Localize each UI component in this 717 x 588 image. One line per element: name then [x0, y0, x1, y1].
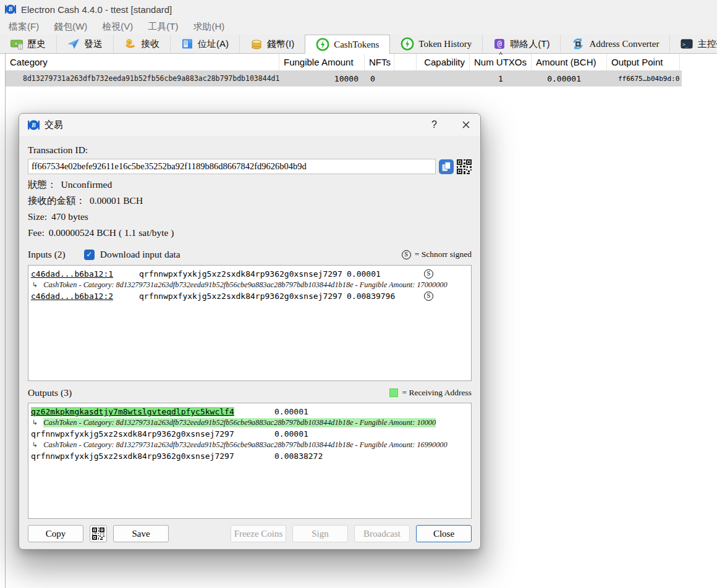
history-icon	[11, 38, 23, 50]
tab-send[interactable]: 發送	[57, 35, 114, 53]
schnorr-signed-icon: S	[402, 250, 411, 259]
dialog-close-button[interactable]	[460, 119, 472, 130]
cell-fungible-amount: 10000	[334, 74, 365, 83]
transaction-dialog: B 交易 ? Transaction ID:	[19, 113, 481, 550]
fee-line: Fee: 0.00000524 BCH ( 1.1 sat/byte )	[28, 227, 472, 238]
copy-icon[interactable]	[439, 159, 454, 174]
tab-receive[interactable]: $ 接收	[114, 35, 171, 53]
input-row: c46dad...b6ba12:2 qrfnnwpxfyxkjg5xz2sxdk…	[31, 290, 469, 302]
download-input-data-label[interactable]: Download input data	[100, 249, 180, 260]
input-outpoint-link[interactable]: c46dad...b6ba12:2	[31, 292, 139, 301]
column-header-category[interactable]: Category	[6, 54, 279, 70]
addresses-icon	[181, 38, 193, 50]
freeze-coins-button: Freeze Coins	[231, 525, 286, 542]
cell-nfts: 0	[365, 74, 394, 83]
amount-label: 接收的金額：	[28, 195, 85, 206]
tab-cashtokens[interactable]: CashTokens	[305, 35, 390, 54]
input-amount: 0.00001	[347, 269, 424, 279]
schnorr-legend: S = Schnorr signed	[402, 250, 472, 259]
address-converter-icon	[571, 37, 585, 51]
console-icon: >_	[681, 38, 693, 50]
menu-wallet[interactable]: 錢包(W)	[46, 19, 95, 35]
tab-contacts[interactable]: @ 聯絡人(T)	[483, 35, 561, 53]
schnorr-legend-text: = Schnorr signed	[415, 250, 472, 259]
tab-addresses[interactable]: 位址(A)	[171, 35, 240, 53]
input-address: qrfnnwpxfyxkjg5xz2sxdk84rp9362g0xsnsej72…	[139, 292, 347, 301]
cashtokens-icon	[316, 38, 329, 51]
copy-button[interactable]: Copy	[28, 525, 83, 542]
column-header-nfts[interactable]: NFTs	[365, 54, 394, 70]
output-address-receiving[interactable]: qz62mkpkmgkasdtjy7m8wtslgvteqdlpfyc5kwcl…	[31, 407, 234, 416]
size-label: Size:	[28, 211, 47, 222]
qr-button[interactable]	[90, 525, 107, 542]
fee-label: Fee:	[28, 227, 45, 238]
input-outpoint-link[interactable]: c46dad...b6ba12:1	[31, 269, 139, 279]
txid-input[interactable]	[28, 159, 436, 174]
output-token-line: ↳ CashToken - Category: 8d13279731a263df…	[31, 440, 469, 450]
table-row[interactable]: 8d13279731a263dfb732eeda91b52fb56cbe9a88…	[6, 70, 682, 86]
output-row: qz62mkpkmgkasdtjy7m8wtslgvteqdlpfyc5kwcl…	[31, 406, 469, 418]
svg-text:@: @	[498, 40, 502, 48]
txid-label: Transaction ID:	[28, 145, 472, 156]
size-value: 470 bytes	[51, 211, 88, 222]
qr-code-icon[interactable]	[457, 159, 472, 174]
cell-num-utxos: 1	[498, 74, 503, 83]
inputs-header: Inputs (2) ✓ Download input data S = Sch…	[28, 248, 472, 261]
dialog-body: Transaction ID: 狀態： Unconfirmed 接收的金額： 0…	[19, 136, 480, 542]
tab-address-converter[interactable]: Address Converter	[561, 35, 670, 53]
menu-tools[interactable]: 工具(T)	[140, 19, 185, 35]
dialog-help-button[interactable]: ?	[431, 119, 437, 130]
fee-value: 0.00000524 BCH ( 1.1 sat/byte )	[49, 227, 174, 238]
save-button[interactable]: Save	[113, 525, 169, 542]
tab-history[interactable]: 歷史	[0, 35, 57, 53]
menu-help[interactable]: 求助(H)	[185, 19, 232, 35]
output-token-line: ↳ CashToken - Category: 8d13279731a263df…	[31, 418, 469, 428]
tab-addresses-label: 位址(A)	[198, 38, 229, 50]
menu-file[interactable]: 檔案(F)	[1, 19, 46, 35]
output-token-text: CashToken - Category: 8d13279731a263dfb7…	[43, 418, 436, 427]
input-token-line: ↳ CashToken - Category: 8d13279731a263df…	[31, 280, 469, 290]
window-titlebar: B Electron Cash 4.4.0 - ttest [standard]	[0, 0, 717, 19]
input-row: c46dad...b6ba12:1 qrfnnwpxfyxkjg5xz2sxdk…	[31, 268, 469, 280]
output-amount: 0.00838272	[274, 452, 323, 461]
amount-value: 0.00001 BCH	[90, 195, 143, 206]
coins-icon	[250, 38, 263, 50]
cell-amount-bch: 0.00001	[547, 74, 607, 83]
input-amount: 0.00839796	[347, 292, 424, 301]
status-label: 狀態：	[28, 179, 57, 190]
column-header-output-point[interactable]: Output Point	[607, 54, 680, 70]
column-header-spacer	[394, 54, 417, 70]
size-line: Size: 470 bytes	[28, 211, 472, 222]
cell-output-point: ff6675…b04b9d:0	[607, 75, 680, 83]
broadcast-button: Broadcast	[354, 525, 410, 542]
tab-coins[interactable]: 錢幣(I)	[240, 35, 305, 53]
outputs-list[interactable]: qz62mkpkmgkasdtjy7m8wtslgvteqdlpfyc5kwcl…	[28, 403, 472, 519]
dialog-titlebar: B 交易 ?	[19, 114, 480, 136]
receive-icon: $	[124, 38, 137, 50]
tab-history-label: 歷史	[27, 38, 46, 50]
inputs-list[interactable]: c46dad...b6ba12:1 qrfnnwpxfyxkjg5xz2sxdk…	[28, 265, 472, 381]
status-line: 狀態： Unconfirmed	[28, 179, 472, 190]
column-header-amount-bch[interactable]: Amount (BCH)	[532, 54, 607, 70]
menu-view[interactable]: 檢視(V)	[95, 19, 140, 35]
column-header-fungible-amount[interactable]: Fungible Amount	[279, 54, 365, 70]
tab-contacts-label: 聯絡人(T)	[510, 38, 549, 50]
tree-arrow-icon: ↳	[32, 441, 38, 449]
inputs-count-label: Inputs (2)	[28, 249, 66, 260]
menubar: 檔案(F) 錢包(W) 檢視(V) 工具(T) 求助(H)	[0, 19, 717, 35]
input-token-text: CashToken - Category: 8d13279731a263dfb7…	[43, 280, 447, 290]
receiving-legend-text: = Receiving Address	[402, 388, 472, 398]
download-input-data-checkbox[interactable]: ✓	[84, 250, 95, 260]
sign-button: Sign	[292, 525, 348, 542]
receiving-address-color-swatch	[389, 388, 398, 397]
column-header-capability[interactable]: Capability	[417, 54, 470, 70]
tab-console-label: 主控臺(S)	[697, 38, 717, 50]
tab-send-label: 發送	[84, 38, 103, 50]
close-button[interactable]: Close	[416, 525, 472, 542]
tree-arrow-icon: ↳	[32, 419, 38, 427]
tab-token-history[interactable]: Token History	[390, 35, 483, 53]
svg-text:B: B	[8, 6, 13, 12]
tab-console[interactable]: >_ 主控臺(S)	[670, 35, 717, 53]
outputs-count-label: Outputs (3)	[28, 387, 72, 398]
contacts-icon: @	[493, 38, 506, 50]
